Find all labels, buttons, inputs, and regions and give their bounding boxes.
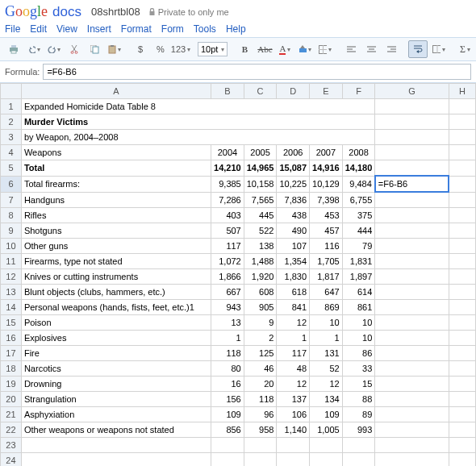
cell[interactable] [342, 438, 375, 453]
cell[interactable]: 1,866 [211, 269, 244, 285]
cell[interactable] [375, 254, 449, 269]
cell[interactable]: 507 [211, 223, 244, 239]
cell[interactable]: 10,225 [277, 176, 310, 192]
col-header-b[interactable]: B [211, 84, 244, 99]
cell[interactable] [375, 361, 449, 377]
menu-tools[interactable]: Tools [194, 23, 216, 35]
cell[interactable]: 2008 [342, 145, 375, 160]
cell[interactable] [449, 392, 475, 407]
cell[interactable] [375, 130, 449, 145]
cell[interactable]: 9,385 [211, 176, 244, 192]
cell[interactable] [375, 377, 449, 392]
cell[interactable]: 15 [342, 377, 375, 392]
cell[interactable]: 20 [244, 377, 277, 392]
cell[interactable]: 137 [277, 392, 310, 407]
copy-icon[interactable] [86, 41, 103, 57]
menu-edit[interactable]: Edit [30, 23, 47, 35]
row-header[interactable]: 10 [1, 239, 22, 254]
cell[interactable]: 48 [277, 361, 310, 377]
cell[interactable]: 403 [211, 208, 244, 223]
cell[interactable]: 869 [310, 300, 343, 315]
cut-icon[interactable] [65, 41, 83, 57]
cell[interactable] [375, 346, 449, 361]
paste-icon[interactable] [106, 41, 123, 57]
cell[interactable]: 905 [244, 300, 277, 315]
row-header[interactable]: 12 [1, 269, 22, 285]
cell[interactable]: 444 [342, 223, 375, 239]
cell[interactable]: 2006 [277, 145, 310, 160]
cell[interactable] [449, 346, 475, 361]
cell[interactable] [342, 453, 375, 467]
cell[interactable] [449, 208, 475, 223]
cell[interactable]: 1,920 [244, 269, 277, 285]
cell[interactable]: 1,830 [277, 269, 310, 285]
cell[interactable]: 109 [310, 407, 343, 422]
cell[interactable] [375, 114, 449, 130]
cell[interactable] [244, 438, 277, 453]
cell[interactable]: 12 [277, 377, 310, 392]
cell[interactable] [449, 361, 475, 377]
cell[interactable]: Other weapons or weapons not stated [21, 422, 211, 438]
cell[interactable] [375, 239, 449, 254]
row-header[interactable]: 3 [1, 130, 22, 145]
cell[interactable] [211, 438, 244, 453]
cell-editor[interactable] [378, 179, 446, 189]
row-header[interactable]: 8 [1, 208, 22, 223]
cell[interactable]: 453 [310, 208, 343, 223]
cell[interactable]: 10 [342, 331, 375, 346]
text-color-button[interactable]: A [276, 41, 294, 57]
cell[interactable]: 96 [244, 407, 277, 422]
cell[interactable] [449, 160, 475, 177]
cell[interactable]: 107 [277, 239, 310, 254]
menu-file[interactable]: File [5, 23, 20, 35]
cell[interactable]: Asphyxiation [21, 407, 211, 422]
cell[interactable]: 7,836 [277, 192, 310, 208]
row-header[interactable]: 16 [1, 331, 22, 346]
cell[interactable]: Drowning [21, 377, 211, 392]
cell[interactable] [310, 438, 343, 453]
cell[interactable]: Knives or cutting instruments [21, 269, 211, 285]
cell[interactable]: 109 [211, 407, 244, 422]
col-header-h[interactable]: H [449, 84, 475, 99]
cell[interactable]: 52 [310, 361, 343, 377]
wrap-text-button[interactable] [408, 40, 428, 58]
row-header[interactable]: 18 [1, 361, 22, 377]
cell[interactable]: 608 [244, 285, 277, 300]
row-header[interactable]: 7 [1, 192, 22, 208]
cell[interactable]: 118 [244, 392, 277, 407]
cell[interactable]: 15,087 [277, 160, 310, 177]
cell[interactable]: 490 [277, 223, 310, 239]
cell[interactable] [375, 208, 449, 223]
cell[interactable] [375, 453, 449, 467]
cell[interactable]: 2007 [310, 145, 343, 160]
cell[interactable] [449, 377, 475, 392]
cell[interactable]: 46 [244, 361, 277, 377]
row-header[interactable]: 4 [1, 145, 22, 160]
col-header-c[interactable]: C [244, 84, 277, 99]
row-header[interactable]: 24 [1, 453, 22, 467]
cell[interactable]: 614 [342, 285, 375, 300]
cell[interactable] [449, 300, 475, 315]
number-format-button[interactable]: 123 [172, 41, 190, 57]
cell[interactable]: 856 [211, 422, 244, 438]
cell[interactable] [449, 114, 475, 130]
cell[interactable]: 943 [211, 300, 244, 315]
cell[interactable]: Blunt objects (clubs, hammers, etc.) [21, 285, 211, 300]
cell[interactable]: 12 [277, 315, 310, 331]
undo-button[interactable] [25, 41, 43, 57]
cell[interactable]: 1,072 [211, 254, 244, 269]
cell[interactable] [375, 407, 449, 422]
cell[interactable] [449, 254, 475, 269]
row-header[interactable]: 19 [1, 377, 22, 392]
print-icon[interactable] [5, 41, 23, 57]
cell[interactable]: 438 [277, 208, 310, 223]
menu-view[interactable]: View [56, 23, 77, 35]
cell[interactable] [449, 223, 475, 239]
cell[interactable]: 14,965 [244, 160, 277, 177]
cell[interactable]: 1,705 [310, 254, 343, 269]
cell[interactable]: Narcotics [21, 361, 211, 377]
row-header[interactable]: 15 [1, 315, 22, 331]
cell[interactable]: 1,817 [310, 269, 343, 285]
align-center-button[interactable] [362, 41, 380, 57]
col-header-f[interactable]: F [342, 84, 375, 99]
